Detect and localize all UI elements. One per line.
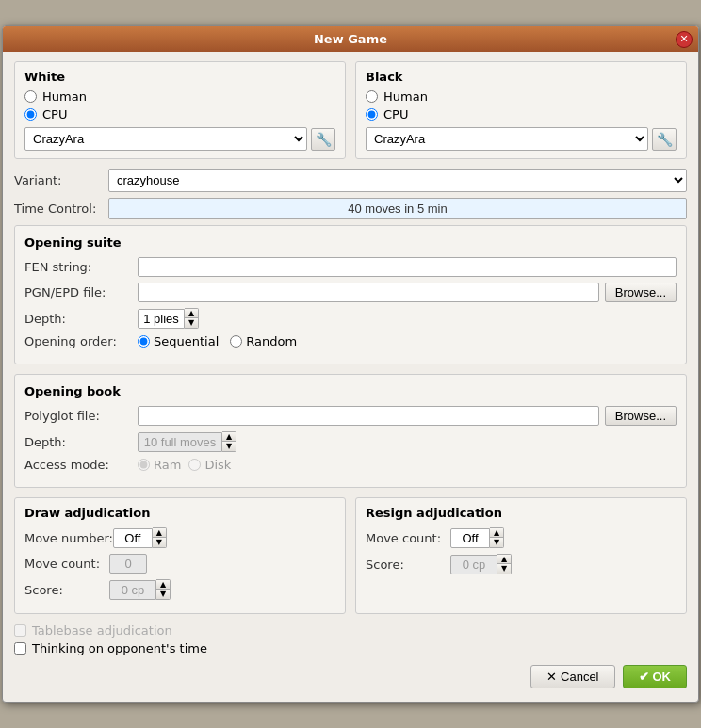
order-label: Opening order: — [24, 334, 138, 348]
players-row: White Human CPU CrazyAra 🔧 Bl — [14, 61, 687, 159]
sequential-text: Sequential — [154, 334, 219, 348]
draw-score-input — [109, 580, 156, 600]
adjudication-row: Draw adjudication Move number: ▲ ▼ Move … — [14, 497, 687, 614]
resign-score-spinner: ▲ ▼ — [450, 554, 512, 574]
thinking-label: Thinking on opponent's time — [32, 641, 207, 655]
book-depth-up-arrow[interactable]: ▲ — [222, 432, 236, 442]
draw-move-count-input — [109, 554, 147, 574]
white-cpu-row: CPU — [24, 107, 335, 121]
opening-suite-box: Opening suite FEN string: PGN/EPD file: … — [14, 225, 687, 364]
random-text: Random — [246, 334, 297, 348]
fen-input[interactable] — [138, 257, 677, 277]
resign-score-input — [450, 555, 497, 574]
white-human-radio[interactable] — [24, 90, 37, 103]
book-depth-arrows: ▲ ▼ — [222, 431, 236, 452]
time-control-input[interactable] — [108, 198, 687, 219]
resign-move-count-arrows: ▲ ▼ — [490, 527, 504, 548]
access-mode-radios: Ram Disk — [138, 458, 231, 472]
draw-score-label: Score: — [24, 583, 109, 597]
draw-move-count-row: Move count: — [24, 554, 335, 574]
black-human-row: Human — [366, 89, 677, 104]
cancel-label: Cancel — [561, 670, 598, 684]
ok-button[interactable]: ✔ OK — [623, 665, 688, 688]
cancel-button[interactable]: ✕ Cancel — [530, 665, 614, 688]
depth-down-arrow[interactable]: ▼ — [185, 318, 198, 328]
resign-score-up[interactable]: ▲ — [497, 555, 511, 564]
draw-score-up[interactable]: ▲ — [156, 580, 170, 590]
draw-move-number-input[interactable] — [113, 528, 153, 548]
black-title: Black — [366, 70, 677, 84]
time-control-row: Time Control: — [14, 198, 687, 219]
draw-move-number-up[interactable]: ▲ — [153, 528, 166, 538]
book-depth-input — [138, 432, 222, 452]
draw-score-down[interactable]: ▼ — [156, 590, 170, 599]
resign-adjud-box: Resign adjudication Move count: ▲ ▼ Scor… — [355, 497, 687, 614]
black-human-radio[interactable] — [366, 90, 378, 103]
tablebase-row: Tablebase adjudication — [14, 623, 687, 638]
tablebase-checkbox — [14, 624, 26, 637]
random-radio[interactable] — [230, 335, 242, 348]
draw-move-count-label: Move count: — [24, 557, 109, 571]
pgn-label: PGN/EPD file: — [24, 285, 138, 299]
draw-move-number-down[interactable]: ▼ — [153, 538, 166, 547]
pgn-browse-button[interactable]: Browse... — [605, 283, 677, 302]
opening-book-box: Opening book Polyglot file: Browse... De… — [14, 374, 687, 488]
draw-move-number-spinner: ▲ ▼ — [113, 527, 167, 548]
draw-move-number-label: Move number: — [24, 531, 113, 545]
variant-select[interactable]: crazyhouse — [108, 169, 687, 192]
polyglot-browse-button[interactable]: Browse... — [605, 406, 677, 426]
white-human-label: Human — [42, 89, 87, 104]
bottom-buttons: ✕ Cancel ✔ OK — [14, 659, 687, 692]
ram-text: Ram — [154, 458, 181, 472]
depth-up-arrow[interactable]: ▲ — [185, 309, 198, 318]
depth-input[interactable] — [138, 309, 185, 329]
white-player-box: White Human CPU CrazyAra 🔧 — [14, 61, 346, 159]
resign-move-count-spinner: ▲ ▼ — [450, 527, 504, 548]
fen-label: FEN string: — [24, 260, 138, 274]
pgn-row: PGN/EPD file: Browse... — [24, 283, 677, 302]
dialog-title: New Game — [314, 32, 387, 46]
thinking-checkbox[interactable] — [14, 642, 26, 655]
white-cpu-label: CPU — [42, 107, 67, 121]
draw-score-spinner: ▲ ▼ — [109, 579, 171, 600]
draw-move-number-row: Move number: ▲ ▼ — [24, 527, 335, 548]
black-wrench-button[interactable]: 🔧 — [652, 128, 677, 151]
polyglot-row: Polyglot file: Browse... — [24, 406, 677, 426]
dialog-body: White Human CPU CrazyAra 🔧 Bl — [3, 52, 698, 702]
depth-spinner: ▲ ▼ — [138, 308, 199, 329]
opening-suite-title: Opening suite — [24, 235, 677, 250]
black-engine-select[interactable]: CrazyAra — [366, 127, 648, 151]
black-engine-row: CrazyAra 🔧 — [366, 127, 677, 151]
opening-book-title: Opening book — [24, 384, 677, 398]
title-bar: New Game ✕ — [3, 26, 698, 52]
white-cpu-radio[interactable] — [24, 108, 37, 121]
polyglot-input[interactable] — [138, 406, 599, 426]
white-wrench-button[interactable]: 🔧 — [311, 128, 335, 151]
book-depth-down-arrow[interactable]: ▼ — [222, 442, 236, 451]
depth-arrows: ▲ ▼ — [185, 308, 199, 329]
thinking-row: Thinking on opponent's time — [14, 641, 687, 655]
resign-score-label: Score: — [366, 558, 450, 572]
random-label: Random — [230, 334, 297, 348]
draw-score-arrows: ▲ ▼ — [156, 579, 171, 600]
tablebase-label: Tablebase adjudication — [32, 623, 172, 638]
disk-label: Disk — [188, 458, 231, 472]
depth-row: Depth: ▲ ▼ — [24, 308, 677, 329]
time-control-label: Time Control: — [14, 202, 108, 216]
book-depth-label: Depth: — [24, 435, 138, 449]
sequential-radio[interactable] — [138, 335, 150, 348]
resign-move-count-up[interactable]: ▲ — [490, 528, 503, 538]
black-cpu-row: CPU — [366, 107, 677, 121]
white-engine-select[interactable]: CrazyAra — [24, 127, 307, 151]
pgn-input[interactable] — [138, 283, 599, 302]
disk-text: Disk — [204, 458, 231, 472]
black-cpu-radio[interactable] — [366, 108, 378, 121]
resign-move-count-down[interactable]: ▼ — [490, 538, 503, 547]
resign-move-count-row: Move count: ▲ ▼ — [366, 527, 677, 548]
resign-score-down[interactable]: ▼ — [497, 564, 511, 574]
access-mode-row: Access mode: Ram Disk — [24, 458, 677, 472]
close-button[interactable]: ✕ — [676, 31, 693, 48]
book-depth-row: Depth: ▲ ▼ — [24, 431, 677, 452]
variant-row: Variant: crazyhouse — [14, 169, 687, 192]
resign-move-count-input[interactable] — [450, 528, 490, 548]
